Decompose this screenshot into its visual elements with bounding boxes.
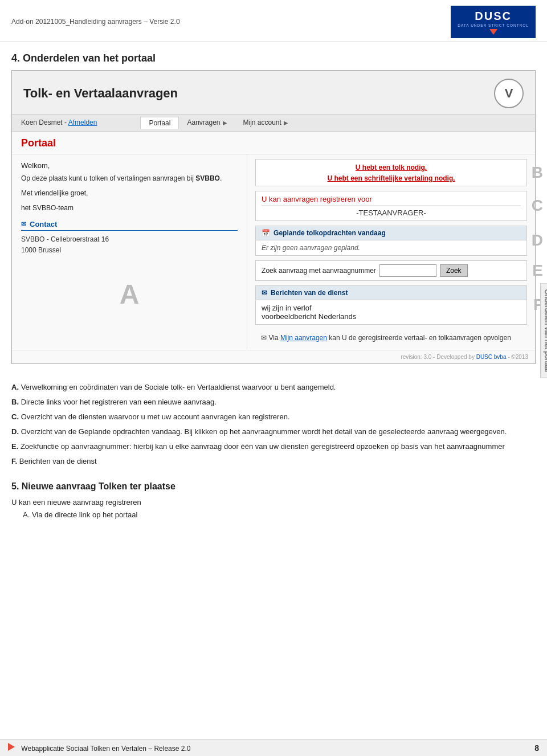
portal-header: Tolk- en Vertaalaanvragen V — [12, 71, 535, 115]
section5-sub-a-label: A. — [23, 510, 30, 519]
logo-sub: DATA UNDER STRICT CONTROL — [458, 23, 529, 28]
planned-block: Geplande tolkopdrachten vandaag Er zijn … — [255, 226, 527, 256]
aanvragen-arrow-icon: ▶ — [223, 120, 227, 126]
label-b: B — [532, 164, 543, 182]
footer-year: - ©2013 — [508, 354, 528, 360]
logout-link[interactable]: Afmelden — [68, 118, 97, 126]
portal-content: Welkom, Op deze plaats kunt u tolken of … — [12, 154, 535, 350]
address-line1: SVBBO - Cellebroerstraat 16 — [21, 234, 238, 245]
section5: 5. Nieuwe aanvraag Tolken ter plaatse U … — [0, 476, 547, 527]
footer-link-row: ✉ Via Mijn aanvragen kan U de geregistre… — [255, 329, 527, 345]
messages-header: ✉ Berichten van de dienst — [256, 286, 526, 300]
nav-portaal[interactable]: Portaal — [140, 117, 179, 129]
contact-header: Contact — [21, 220, 238, 231]
search-button[interactable]: Zoek — [440, 264, 468, 277]
testaanvrager: -TESTAANVRAGER- — [262, 206, 521, 217]
portal-footer: revision: 3.0 - Developped by DUSC bvba … — [12, 350, 535, 363]
footer-text: revision: 3.0 - Developped by — [401, 354, 476, 360]
dusc-link[interactable]: DUSC bvba — [476, 354, 507, 360]
section5-intro: U kan een nieuwe aanvraag registreren — [11, 496, 536, 509]
desc-e-text: Zoekfunctie op aanvraagnummer: hierbij k… — [21, 442, 505, 451]
descriptions-section: A. Verwelkoming en coördinaten van de So… — [0, 375, 547, 476]
desc-c: C. Overzicht van de diensten waarvoor u … — [11, 411, 536, 423]
desc-b: B. Directe links voor het registreren va… — [11, 396, 536, 408]
desc-f-text: Berichten van de dienst — [19, 457, 97, 465]
register-block-inner: U kan aanvragen registreren voor -TESTAA… — [256, 191, 526, 220]
tolk-link[interactable]: U hebt een tolk nodig. — [356, 164, 427, 171]
desc-b-text: Directe links voor het registreren van e… — [21, 398, 217, 406]
portal-avatar: V — [494, 79, 524, 108]
desc-a: A. Verwelkoming en coördinaten van de So… — [11, 381, 536, 394]
desc-f-label: F. — [11, 457, 17, 465]
label-c: C — [532, 197, 543, 215]
desc-d-text: Overzicht van de Geplande opdrachten van… — [21, 427, 507, 436]
block-c: U kan aanvragen registreren voor -TESTAA… — [255, 191, 527, 221]
desc-e: E. Zoekfunctie op aanvraagnummer: hierbi… — [11, 440, 536, 453]
welcome-line1: Welkom, — [21, 161, 238, 170]
block-d: Geplande tolkopdrachten vandaag Er zijn … — [255, 226, 527, 256]
doc-title: Add-on 20121005_Handleiding aanvragers –… — [11, 18, 180, 26]
portal-nav: Koen Desmet - Afmelden Portaal Aanvragen… — [12, 115, 535, 132]
messages-body: wij zijn in verlof voorbeeldbericht Nede… — [256, 300, 526, 324]
portal-page-heading: Portaal — [12, 132, 535, 154]
logo-box: DUSC DATA UNDER STRICT CONTROL — [451, 6, 536, 38]
desc-e-label: E. — [11, 442, 18, 451]
desc-d: D. Overzicht van de Geplande opdrachten … — [11, 426, 536, 438]
label-e: E — [532, 261, 543, 280]
section5-sub-a-text: Via de directe link op het portaal — [32, 510, 138, 519]
logo-text: DUSC — [475, 9, 512, 23]
address-line2: 1000 Brussel — [21, 245, 238, 256]
nav-aanvragen[interactable]: Aanvragen ▶ — [179, 117, 235, 129]
desc-d-label: D. — [11, 427, 19, 436]
page-number: 8 — [534, 743, 539, 753]
section5-body: U kan een nieuwe aanvraag registreren A.… — [11, 496, 536, 521]
triangle-icon — [8, 743, 15, 751]
welcome-body: Op deze plaats kunt u tolken of vertalin… — [21, 173, 238, 183]
desc-a-text: Verwelkoming en coördinaten van de Socia… — [21, 383, 336, 391]
nav-separator: - — [64, 118, 68, 126]
logo-triangle-icon — [489, 29, 497, 35]
section4-heading: 4. Onderdelen van het portaal — [0, 42, 547, 70]
doc-header: Add-on 20121005_Handleiding aanvragers –… — [0, 0, 547, 42]
desc-f: F. Berichten van de dienst — [11, 455, 536, 468]
desc-a-label: A. — [11, 383, 19, 391]
bottom-bar: Webapplicatie Sociaal Tolken en Vertalen… — [0, 739, 547, 756]
account-arrow-icon: ▶ — [284, 120, 288, 126]
greeting: Met vriendelijke groet, — [21, 188, 238, 198]
links-block: U hebt een tolk nodig. U hebt een schrif… — [255, 159, 527, 186]
register-text: U kan aanvragen registreren voor — [262, 195, 521, 203]
search-label: Zoek aanvraag met aanvraagnummer — [262, 267, 376, 275]
label-a: A — [21, 279, 238, 310]
footer-prefix: Via — [268, 334, 280, 342]
desc-b-label: B. — [11, 398, 19, 406]
planned-header: Geplande tolkopdrachten vandaag — [256, 226, 526, 240]
search-block: Zoek aanvraag met aanvraagnummer Zoek — [255, 260, 527, 281]
search-input[interactable] — [379, 264, 436, 277]
portal-left-panel: Welkom, Op deze plaats kunt u tolken of … — [12, 154, 247, 350]
portal-screenshot: Tolk- en Vertaalaanvragen V Koen Desmet … — [11, 70, 536, 364]
contact-details: SVBBO - Cellebroerstraat 16 1000 Brussel — [21, 234, 238, 256]
planned-body: Er zijn geen aanvragen gepland. — [256, 240, 526, 255]
calendar-icon — [262, 229, 270, 237]
footer-suffix: kan U de geregistreerde vertaal- en tolk… — [329, 334, 511, 342]
mijn-aanvragen-link[interactable]: Mijn aanvragen — [280, 334, 327, 342]
section5-heading: 5. Nieuwe aanvraag Tolken ter plaatse — [11, 481, 536, 492]
msg2: voorbeeldbericht Nederlands — [262, 312, 521, 321]
search-row: Zoek aanvraag met aanvraagnummer Zoek — [256, 261, 526, 280]
desc-c-text: Overzicht van de diensten waarvoor u met… — [21, 412, 290, 421]
vertaling-link[interactable]: U hebt een schriftelijke vertaling nodig… — [328, 174, 455, 182]
bottom-left: Webapplicatie Sociaal Tolken en Vertalen… — [8, 743, 190, 753]
block-b: U hebt een tolk nodig. U hebt een schrif… — [255, 159, 527, 186]
desc-c-label: C. — [11, 412, 19, 421]
envelope-icon — [21, 220, 26, 228]
msg1: wij zijn in verlof — [262, 304, 521, 312]
sidebar-label: Onderdelen van het portaal — [540, 283, 547, 378]
nav-mijn-account[interactable]: Mijn account ▶ — [235, 117, 296, 129]
portal-right-panel: U hebt een tolk nodig. U hebt een schrif… — [247, 154, 535, 350]
register-block: U kan aanvragen registreren voor -TESTAA… — [255, 191, 527, 221]
user-info: Koen Desmet - Afmelden — [21, 118, 97, 126]
block-f: ✉ Berichten van de dienst wij zijn in ve… — [255, 285, 527, 325]
footer-icon: ✉ — [261, 334, 267, 342]
links-block-inner: U hebt een tolk nodig. U hebt een schrif… — [256, 160, 526, 186]
contact-section: Contact SVBBO - Cellebroerstraat 16 1000… — [21, 220, 238, 256]
